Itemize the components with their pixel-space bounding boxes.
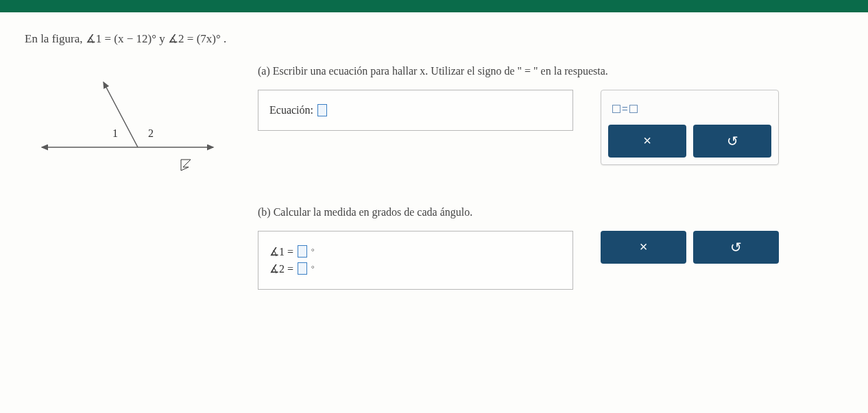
angle2-input[interactable]	[298, 262, 307, 275]
undo-icon: ↺	[730, 239, 742, 255]
svg-line-1	[104, 82, 138, 147]
angle2-label: ∡2 =	[269, 262, 293, 275]
figure-label-2: 2	[148, 127, 154, 139]
clear-button[interactable]: ×	[608, 125, 686, 158]
undo-icon: ↺	[727, 133, 738, 149]
part-a-text: Escribir una ecuación para hallar x. Uti…	[273, 65, 608, 77]
x-icon: ×	[640, 239, 648, 255]
angle2-expression: ∡2 = (7x)°	[168, 32, 221, 45]
conjunction: y	[159, 32, 168, 45]
app-topbar	[0, 0, 868, 12]
angle1-expression: ∡1 = (x − 12)°	[86, 32, 156, 45]
equation-answer-box: Ecuación:	[258, 90, 573, 131]
angle1-label: ∡1 =	[269, 245, 293, 258]
statement-suffix: .	[224, 32, 226, 45]
part-b: (b) Calcular la medida en grados de cada…	[258, 206, 843, 290]
reset-button[interactable]: ↺	[693, 231, 779, 264]
equals-sign: =	[622, 103, 628, 114]
equation-label: Ecuación:	[269, 104, 313, 116]
tool-panel-a: = × ↺	[601, 90, 779, 165]
equals-template-button[interactable]: =	[612, 103, 638, 114]
problem-page: En la figura, ∡1 = (x − 12)° y ∡2 = (7x)…	[0, 12, 868, 413]
part-b-label: (b)	[258, 206, 271, 218]
placeholder-box-icon	[612, 105, 620, 113]
part-a: (a) Escribir una ecuación para hallar x.…	[258, 65, 843, 165]
figure-label-1: 1	[112, 127, 118, 139]
clear-button[interactable]: ×	[601, 231, 686, 264]
reset-button[interactable]: ↺	[693, 125, 771, 158]
degree-symbol: °	[311, 247, 314, 255]
x-icon: ×	[643, 133, 651, 149]
degree-symbol: °	[311, 264, 314, 273]
intro-text: En la figura,	[25, 32, 86, 45]
problem-statement: En la figura, ∡1 = (x − 12)° y ∡2 = (7x)…	[25, 32, 843, 46]
part-a-label: (a)	[258, 65, 270, 77]
part-b-prompt: (b) Calcular la medida en grados de cada…	[258, 206, 843, 218]
equation-input[interactable]	[317, 104, 327, 116]
tool-panel-b: × ↺	[601, 231, 779, 264]
placeholder-box-icon	[629, 105, 638, 113]
angles-answer-box: ∡1 = ° ∡2 = °	[258, 231, 573, 290]
angle1-input[interactable]	[298, 245, 307, 258]
part-b-text: Calcular la medida en grados de cada áng…	[274, 206, 473, 218]
part-a-prompt: (a) Escribir una ecuación para hallar x.…	[258, 65, 843, 77]
angle-figure: 1 2	[25, 72, 230, 182]
